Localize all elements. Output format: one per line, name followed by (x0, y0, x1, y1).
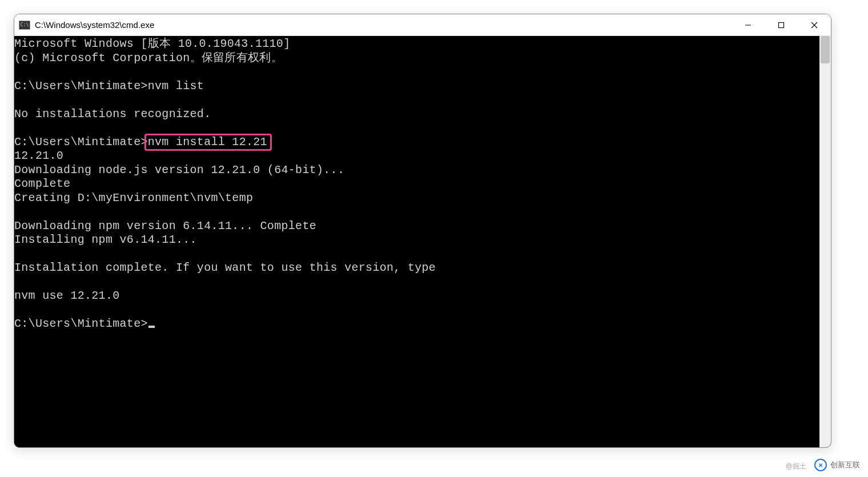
terminal-output[interactable]: Microsoft Windows [版本 10.0.19043.1110](c… (14, 36, 819, 447)
minimize-button[interactable] (732, 14, 765, 35)
terminal-line (14, 275, 819, 290)
terminal-line: C:\Users\Mintimate>nvm list (14, 79, 819, 94)
terminal-line (14, 121, 819, 135)
terminal-line: nvm use 12.21.0 (14, 289, 819, 303)
svg-rect-1 (779, 22, 784, 27)
terminal-wrap: Microsoft Windows [版本 10.0.19043.1110](c… (14, 36, 831, 447)
brand-logo-icon: ✕ (814, 459, 827, 471)
cmd-window: C:\ C:\Windows\system32\cmd.exe Microsof… (14, 14, 831, 448)
terminal-line: Microsoft Windows [版本 10.0.19043.1110] (14, 37, 819, 51)
minimize-icon (745, 22, 752, 29)
cursor-icon (148, 326, 155, 328)
close-button[interactable] (798, 14, 831, 35)
highlighted-command: nvm install 12.21 (148, 135, 267, 150)
terminal-line (14, 205, 819, 219)
terminal-line: Downloading npm version 6.14.11... Compl… (14, 219, 819, 234)
close-icon (811, 22, 818, 29)
terminal-line (14, 65, 819, 79)
cmd-icon: C:\ (19, 21, 30, 30)
terminal-line: Complete (14, 177, 819, 191)
terminal-line: Downloading node.js version 12.21.0 (64-… (14, 163, 819, 178)
maximize-icon (778, 22, 785, 29)
terminal-line: 12.21.0 (14, 149, 819, 163)
terminal-line: No installations recognized. (14, 107, 819, 122)
terminal-line: Installing npm v6.14.11... (14, 233, 819, 247)
watermark-brand: ✕ 创新互联 (810, 456, 865, 474)
terminal-line (14, 247, 819, 262)
terminal-line: Creating D:\myEnvironment\nvm\temp (14, 191, 819, 206)
window-controls (732, 14, 831, 35)
window-title: C:\Windows\system32\cmd.exe (35, 20, 732, 30)
terminal-line (14, 93, 819, 107)
terminal-line: C:\Users\Mintimate>nvm install 12.21 (14, 135, 819, 150)
terminal-line: (c) Microsoft Corporation。保留所有权利。 (14, 51, 819, 66)
brand-text: 创新互联 (830, 460, 860, 470)
scrollbar-thumb[interactable] (821, 36, 830, 63)
vertical-scrollbar[interactable] (819, 36, 831, 447)
terminal-line (14, 303, 819, 318)
terminal-line: Installation complete. If you want to us… (14, 261, 819, 275)
prompt-text: C:\Users\Mintimate> (14, 317, 148, 330)
maximize-button[interactable] (765, 14, 798, 35)
watermark-prefix: @掘土 (786, 462, 806, 471)
titlebar[interactable]: C:\ C:\Windows\system32\cmd.exe (14, 14, 831, 36)
prompt-text: C:\Users\Mintimate> (14, 135, 148, 149)
terminal-line: C:\Users\Mintimate> (14, 317, 819, 331)
